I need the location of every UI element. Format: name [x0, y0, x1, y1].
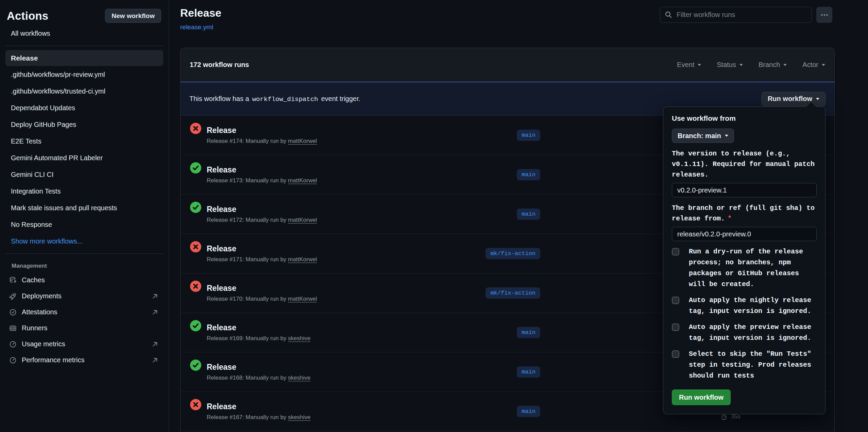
branch-badge[interactable]: main	[517, 169, 540, 180]
workflow-options-button[interactable]	[816, 7, 832, 23]
management-item[interactable]: Caches	[0, 272, 169, 288]
workflow-file-link[interactable]: release.yml	[180, 23, 213, 31]
new-workflow-button[interactable]: New workflow	[105, 9, 161, 23]
run-description: Release #172: Manually run by mattKorwel	[207, 217, 446, 223]
checkbox[interactable]	[672, 323, 679, 331]
checkbox-label: Select to skip the "Run Tests" step in t…	[689, 349, 817, 381]
runs-list-header: 172 workflow runs Event Status	[181, 48, 834, 82]
run-title-link[interactable]: Release	[207, 363, 236, 371]
branch-selector-button[interactable]: Branch: main	[672, 129, 734, 143]
run-title-link[interactable]: Release	[207, 323, 236, 332]
management-item-label: Runners	[22, 324, 48, 332]
checkbox[interactable]	[672, 297, 679, 304]
run-title-link[interactable]: Release	[207, 126, 236, 135]
sidebar-divider	[5, 46, 163, 46]
chevron-down-icon	[739, 64, 743, 66]
management-item[interactable]: Attestations	[0, 304, 169, 320]
run-title-link[interactable]: Release	[207, 205, 236, 214]
actor-link[interactable]: mattKorwel	[288, 177, 317, 184]
sidebar-item-all-workflows[interactable]: All workflows	[5, 26, 163, 41]
sidebar-workflow-item[interactable]: Integration Tests	[5, 183, 163, 199]
input-label: The version to release (e.g., v0.1.11). …	[672, 148, 817, 180]
show-more-workflows-link[interactable]: Show more workflows...	[5, 233, 163, 249]
sidebar-workflow-list: Release .github/workflows/pr-review.yml …	[0, 50, 169, 233]
actor-link[interactable]: skeshive	[288, 375, 310, 381]
actor-link[interactable]: mattKorwel	[288, 138, 317, 144]
management-item-label: Attestations	[22, 308, 57, 316]
filter-dropdown[interactable]: Actor	[802, 61, 825, 69]
management-item[interactable]: Usage metrics	[0, 336, 169, 352]
run-title-link[interactable]: Release	[207, 165, 236, 174]
actor-link[interactable]: mattKorwel	[288, 256, 317, 263]
actor-link[interactable]: skeshive	[288, 414, 310, 420]
runs-count: 172 workflow runs	[190, 61, 249, 69]
workflow-name: No Response	[11, 221, 52, 228]
status-icon	[190, 281, 201, 292]
banner-text-suffix: event trigger.	[321, 95, 360, 102]
filter-label: Actor	[802, 61, 818, 69]
banner-text-prefix: This workflow has a	[189, 95, 249, 102]
branch-badge[interactable]: mk/fix-action	[486, 248, 540, 259]
branch-badge[interactable]: main	[517, 327, 540, 338]
sidebar-workflow-item[interactable]: Mark stale issues and pull requests	[5, 200, 163, 216]
filter-label: Status	[717, 61, 736, 69]
run-description: Release #173: Manually run by mattKorwel	[207, 177, 446, 184]
workflow-name: Mark stale issues and pull requests	[11, 204, 117, 212]
actor-link[interactable]: mattKorwel	[288, 217, 317, 223]
status-icon	[190, 241, 201, 252]
run-title-link[interactable]: Release	[207, 284, 236, 293]
management-item-label: Performance metrics	[22, 356, 85, 364]
filter-dropdown[interactable]: Event	[677, 61, 701, 69]
checkbox-label: Auto apply the preview release tag, inpu…	[689, 322, 817, 344]
run-title-link[interactable]: Release	[207, 244, 236, 253]
workflow-input-field[interactable]	[672, 183, 817, 197]
sidebar-workflow-item[interactable]: .github/workflows/pr-review.yml	[5, 67, 163, 83]
workflow-name: E2E Tests	[11, 137, 41, 145]
kebab-icon	[821, 11, 828, 19]
management-section-title: Management	[0, 258, 169, 272]
workflow-input-field[interactable]	[672, 227, 817, 241]
chevron-down-icon	[816, 98, 819, 100]
sidebar-workflow-item[interactable]: Gemini Automated PR Labeler	[5, 150, 163, 166]
branch-badge[interactable]: main	[517, 130, 540, 141]
branch-badge[interactable]: mk/fix-action	[486, 287, 540, 299]
sidebar-workflow-item[interactable]: Dependabot Updates	[5, 100, 163, 116]
external-link-icon	[152, 341, 158, 348]
filter-label: Branch	[759, 61, 780, 69]
workflow-name: .github/workflows/trusted-ci.yml	[11, 87, 105, 95]
run-description: Release #171: Manually run by mattKorwel	[207, 256, 446, 263]
external-link-icon	[152, 309, 158, 316]
actor-link[interactable]: mattKorwel	[288, 296, 317, 302]
sidebar-workflow-item[interactable]: .github/workflows/trusted-ci.yml	[5, 83, 163, 99]
workflow-name: Dependabot Updates	[11, 104, 75, 112]
sidebar-workflow-item[interactable]: Gemini CLI CI	[5, 167, 163, 183]
management-item[interactable]: Runners	[0, 320, 169, 336]
workflow-name: Release	[11, 54, 38, 62]
sidebar-workflow-item[interactable]: Deploy GitHub Pages	[5, 117, 163, 133]
run-workflow-submit-button[interactable]: Run workflow	[672, 389, 731, 405]
run-description: Release #167: Manually run by skeshive	[207, 414, 446, 421]
branch-badge[interactable]: main	[517, 406, 540, 417]
management-item[interactable]: Deployments	[0, 288, 169, 304]
status-icon	[190, 320, 201, 331]
sidebar-workflow-item[interactable]: No Response	[5, 217, 163, 233]
branch-badge[interactable]: main	[517, 366, 540, 378]
run-title-link[interactable]: Release	[207, 402, 236, 411]
status-icon	[190, 123, 201, 134]
workflow-name: Gemini CLI CI	[11, 171, 54, 178]
status-icon	[190, 399, 201, 410]
run-workflow-dropdown-button[interactable]: Run workflow	[762, 92, 826, 106]
checkbox-label: Auto apply the nightly release tag, inpu…	[689, 295, 817, 317]
sidebar-workflow-item[interactable]: Release	[5, 50, 163, 66]
filter-workflow-runs-input[interactable]	[660, 7, 812, 23]
filter-dropdown[interactable]: Status	[717, 61, 743, 69]
management-item[interactable]: Performance metrics	[0, 352, 169, 368]
branch-badge[interactable]: main	[517, 209, 540, 220]
checkbox[interactable]	[672, 350, 679, 358]
checkbox[interactable]	[672, 248, 679, 255]
actor-link[interactable]: skeshive	[288, 335, 310, 342]
sidebar-title: Actions	[7, 10, 48, 22]
sidebar-workflow-item[interactable]: E2E Tests	[5, 133, 163, 149]
filter-dropdown[interactable]: Branch	[759, 61, 787, 69]
runners-server-icon	[9, 325, 17, 332]
